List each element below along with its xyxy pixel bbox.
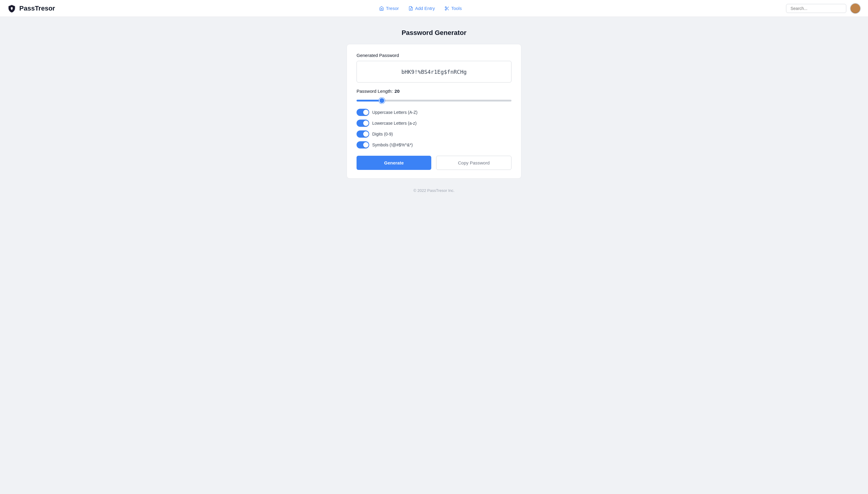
svg-rect-1 xyxy=(11,8,12,10)
main-content: Password Generator Generated Password bH… xyxy=(0,17,868,205)
lowercase-thumb xyxy=(363,120,369,126)
uppercase-toggle[interactable] xyxy=(356,109,369,116)
svg-line-8 xyxy=(446,7,447,8)
length-label: Password Length: xyxy=(356,89,393,94)
buttons-row: Generate Copy Password xyxy=(356,156,512,170)
nav-tresor-label: Tresor xyxy=(386,6,399,11)
avatar[interactable] xyxy=(850,3,861,14)
digits-thumb xyxy=(363,131,369,137)
digits-track xyxy=(356,130,369,138)
nav-add-entry[interactable]: Add Entry xyxy=(408,6,435,11)
generate-button[interactable]: Generate xyxy=(356,156,431,170)
nav-add-entry-label: Add Entry xyxy=(415,6,435,11)
uppercase-label: Uppercase Letters (A-Z) xyxy=(372,110,418,115)
symbols-toggle[interactable] xyxy=(356,141,369,149)
scissors-icon xyxy=(445,6,449,11)
lowercase-toggle[interactable] xyxy=(356,119,369,127)
file-plus-icon xyxy=(408,6,413,11)
generated-password-label: Generated Password xyxy=(356,53,512,58)
svg-line-7 xyxy=(447,9,449,10)
symbols-thumb xyxy=(363,142,369,148)
digits-label: Digits (0-9) xyxy=(372,132,393,136)
brand-logo[interactable]: PassTresor xyxy=(7,4,55,13)
digits-toggle[interactable] xyxy=(356,130,369,138)
slider-container xyxy=(356,97,512,103)
lowercase-label: Lowercase Letters (a-z) xyxy=(372,121,417,126)
nav-tools[interactable]: Tools xyxy=(445,6,462,11)
length-row: Password Length: 20 xyxy=(356,89,512,94)
password-display: bHK9!%BS4r1Eg$fnRCHg xyxy=(356,61,512,82)
uppercase-track xyxy=(356,109,369,116)
home-icon xyxy=(379,6,384,11)
lowercase-track xyxy=(356,119,369,127)
footer: © 2022 PassTresor Inc. xyxy=(413,188,455,193)
footer-text: © 2022 PassTresor Inc. xyxy=(413,188,455,193)
nav-tresor[interactable]: Tresor xyxy=(379,6,399,11)
symbols-track xyxy=(356,141,369,149)
nav-tools-label: Tools xyxy=(451,6,462,11)
navbar: PassTresor Tresor Add Entry xyxy=(0,0,868,17)
uppercase-thumb xyxy=(363,110,369,115)
length-value: 20 xyxy=(394,89,400,94)
toggles-section: Uppercase Letters (A-Z) Lowercase Letter… xyxy=(356,109,512,149)
symbols-label: Symbols (!@#$%^&*) xyxy=(372,142,412,147)
search-input[interactable] xyxy=(786,4,846,13)
page-title: Password Generator xyxy=(402,29,466,37)
shield-icon xyxy=(7,4,16,13)
password-generator-card: Generated Password bHK9!%BS4r1Eg$fnRCHg … xyxy=(347,44,521,178)
navbar-right xyxy=(786,3,861,14)
toggle-row-uppercase: Uppercase Letters (A-Z) xyxy=(356,109,512,116)
copy-password-button[interactable]: Copy Password xyxy=(436,156,512,170)
toggle-row-digits: Digits (0-9) xyxy=(356,130,512,138)
toggle-row-symbols: Symbols (!@#$%^&*) xyxy=(356,141,512,149)
toggle-row-lowercase: Lowercase Letters (a-z) xyxy=(356,119,512,127)
brand-name: PassTresor xyxy=(19,4,55,12)
length-slider[interactable] xyxy=(356,100,512,101)
main-nav: Tresor Add Entry Tools xyxy=(379,6,462,11)
